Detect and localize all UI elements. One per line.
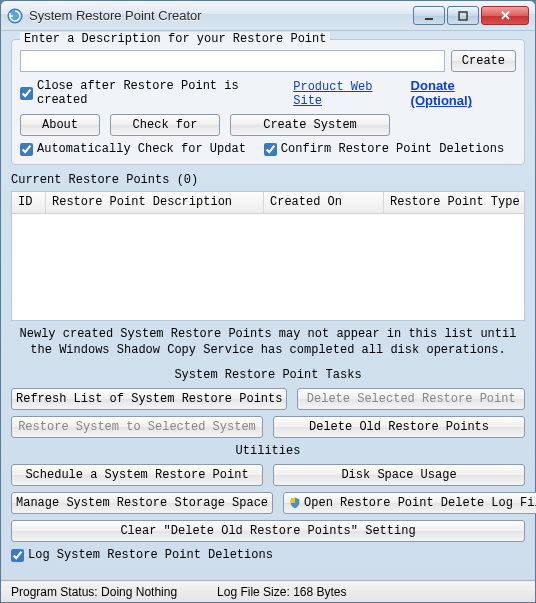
about-button[interactable]: About: [20, 114, 100, 136]
confirm-deletions-checkbox[interactable]: Confirm Restore Point Deletions: [264, 142, 504, 156]
status-bar: Program Status: Doing Nothing Log File S…: [1, 580, 535, 602]
utilities-heading: Utilities: [11, 444, 525, 458]
app-icon: [7, 8, 23, 24]
shield-icon: [288, 496, 302, 510]
maximize-button[interactable]: [447, 6, 479, 25]
check-for-button[interactable]: Check for: [110, 114, 220, 136]
delete-old-button[interactable]: Delete Old Restore Points: [273, 416, 525, 438]
client-area: Enter a Description for your Restore Poi…: [1, 31, 535, 570]
clear-setting-button[interactable]: Clear "Delete Old Restore Points" Settin…: [11, 520, 525, 542]
open-log-button[interactable]: Open Restore Point Delete Log File: [283, 492, 536, 514]
titlebar: System Restore Point Creator ✕: [1, 1, 535, 31]
window-controls: ✕: [413, 6, 529, 25]
current-points-label: Current Restore Points (0): [11, 173, 525, 187]
list-note: Newly created System Restore Points may …: [11, 327, 525, 358]
donate-link[interactable]: Donate (Optional): [411, 78, 516, 108]
product-website-link[interactable]: Product Web Site: [293, 80, 404, 108]
window-title: System Restore Point Creator: [29, 8, 413, 23]
close-after-checkbox[interactable]: Close after Restore Point is created: [20, 79, 287, 107]
close-button[interactable]: ✕: [481, 6, 529, 25]
svg-rect-3: [291, 498, 295, 503]
manage-storage-button[interactable]: Manage System Restore Storage Space: [11, 492, 273, 514]
program-status: Program Status: Doing Nothing: [11, 585, 177, 599]
log-deletions-checkbox[interactable]: Log System Restore Point Deletions: [11, 548, 525, 562]
create-system-button[interactable]: Create System: [230, 114, 390, 136]
restore-points-list[interactable]: ID Restore Point Description Created On …: [11, 191, 525, 321]
list-header: ID Restore Point Description Created On …: [12, 192, 524, 214]
create-button[interactable]: Create: [451, 50, 516, 72]
restore-system-button[interactable]: Restore System to Selected System: [11, 416, 263, 438]
col-description[interactable]: Restore Point Description: [46, 192, 264, 213]
svg-rect-1: [425, 18, 433, 20]
log-file-size: Log File Size: 168 Bytes: [217, 585, 346, 599]
description-group: Enter a Description for your Restore Poi…: [11, 39, 525, 165]
description-input[interactable]: [20, 50, 445, 72]
refresh-list-button[interactable]: Refresh List of System Restore Points: [11, 388, 287, 410]
disk-usage-button[interactable]: Disk Space Usage: [273, 464, 525, 486]
auto-check-checkbox[interactable]: Automatically Check for Updat: [20, 142, 246, 156]
app-window: System Restore Point Creator ✕ Enter a D…: [0, 0, 536, 603]
svg-rect-2: [459, 12, 467, 20]
col-type[interactable]: Restore Point Type: [384, 192, 524, 213]
delete-selected-button[interactable]: Delete Selected Restore Point: [297, 388, 525, 410]
minimize-button[interactable]: [413, 6, 445, 25]
schedule-button[interactable]: Schedule a System Restore Point: [11, 464, 263, 486]
tasks-heading: System Restore Point Tasks: [11, 368, 525, 382]
col-id[interactable]: ID: [12, 192, 46, 213]
description-group-label: Enter a Description for your Restore Poi…: [20, 32, 330, 46]
col-created[interactable]: Created On: [264, 192, 384, 213]
